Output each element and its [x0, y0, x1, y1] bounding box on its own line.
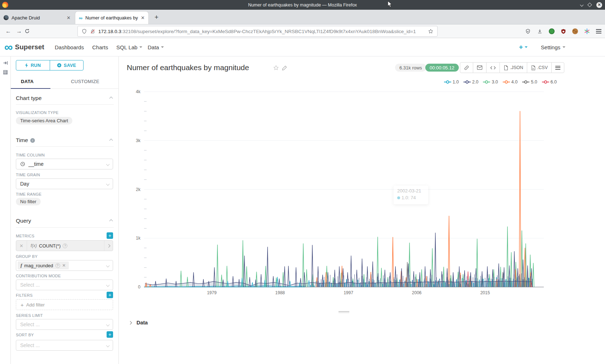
sort-by-label: SORT BY [16, 333, 34, 337]
tooltip-date: 2002-03-21 [397, 188, 425, 194]
time-range-label: TIME RANGE [16, 192, 41, 196]
metrics-label: METRICS [16, 234, 35, 238]
chevron-up-icon [109, 96, 113, 100]
sort-by-select[interactable]: Select ... [16, 340, 113, 351]
export-csv-button[interactable]: .CSV [527, 63, 551, 73]
add-metric-button[interactable]: + [107, 232, 113, 239]
extension-green-icon[interactable] [549, 28, 555, 34]
x-axis-label: 2015 [480, 290, 490, 295]
favorite-star-icon[interactable] [273, 65, 279, 71]
series-1.0-bar [359, 283, 360, 287]
chart-canvas[interactable]: 01k2k3k4k19791988199720062015 [119, 79, 605, 311]
lightning-icon [25, 63, 28, 68]
add-filter-dropzone[interactable]: + Add filter [16, 299, 113, 310]
nav-sql-lab[interactable]: SQL Lab [116, 44, 142, 50]
contribution-mode-select[interactable]: Select ... [16, 279, 113, 290]
time-range-pill[interactable]: No filter [16, 198, 41, 205]
new-item-button[interactable]: + [519, 43, 528, 51]
tab-data[interactable]: DATA [21, 79, 33, 84]
y-axis-label: 1k [136, 236, 141, 241]
nav-settings[interactable]: Settings [541, 44, 565, 50]
url-text: 172.18.0.3:32108/superset/explore/?form_… [98, 29, 428, 34]
nav-dashboards[interactable]: Dashboards [55, 44, 84, 50]
save-button[interactable]: SAVE [50, 60, 84, 70]
chevron-down-icon [106, 343, 110, 347]
group-by-pill[interactable]: f mag_rounded ? ✕ [18, 261, 69, 269]
viz-type-pill[interactable]: Time-series Area Chart [16, 117, 72, 124]
nav-charts[interactable]: Charts [92, 44, 108, 50]
embed-code-button[interactable] [486, 63, 499, 73]
chevron-down-icon [106, 182, 110, 186]
window-title: Numer of earthquakes by magnitude — Mozi… [0, 3, 605, 8]
brand-name[interactable]: Superset [15, 43, 44, 51]
tab-customize[interactable]: CUSTOMIZE [71, 79, 99, 84]
add-filter-button[interactable]: + [107, 292, 113, 298]
time-column-select[interactable]: __time [16, 159, 113, 169]
reload-icon[interactable] [24, 28, 35, 34]
chevron-down-icon [161, 46, 164, 48]
menu-hamburger-icon[interactable] [596, 28, 601, 35]
data-section-header[interactable]: Data [119, 316, 605, 329]
insecure-lock-icon[interactable] [90, 29, 95, 34]
time-grain-select[interactable]: Day [16, 178, 113, 189]
section-time[interactable]: Timei [16, 134, 119, 147]
window-close-icon[interactable]: ✕ [596, 2, 602, 8]
copy-link-button[interactable] [460, 63, 473, 73]
extension-asterisk-icon[interactable] [584, 28, 590, 34]
time-grain-label: TIME GRAIN [16, 173, 40, 177]
window-minimize-icon[interactable] [580, 3, 584, 7]
viz-type-label: VISUALIZATION TYPE [16, 110, 59, 115]
clock-icon [20, 161, 25, 167]
series-1.0-bar [375, 283, 375, 287]
export-json-button[interactable]: .JSON [499, 63, 527, 73]
add-sort-button[interactable]: + [107, 331, 113, 338]
shield-permissions-icon[interactable] [81, 28, 87, 34]
chevron-down-icon [106, 162, 110, 166]
chart-tooltip: 2002-03-21 1.0: 74 [394, 186, 428, 204]
section-chart-type[interactable]: Chart type [16, 92, 119, 105]
tracking-protection-icon[interactable] [525, 28, 531, 34]
expand-panel-icon[interactable] [3, 60, 10, 66]
metric-pill[interactable]: ✕ f(x)COUNT(*)? [16, 240, 113, 251]
divider [16, 146, 114, 147]
bookmark-star-icon[interactable] [428, 28, 434, 34]
envelope-icon [477, 65, 483, 70]
panel-tabs: DATA CUSTOMIZE [11, 74, 119, 89]
dataset-grid-icon[interactable] [3, 69, 10, 75]
expand-metric-icon[interactable] [104, 241, 113, 251]
tab-close-icon[interactable]: ✕ [67, 15, 71, 21]
chevron-down-icon [139, 46, 142, 48]
file-icon [503, 65, 508, 70]
window-maximize-icon[interactable] [587, 3, 592, 7]
tooltip-entry: 1.0: 74 [402, 195, 416, 200]
y-axis-label: 4k [136, 89, 141, 94]
tab-superset-chart[interactable]: ∞ Numer of earthquakes by ✕ [75, 11, 149, 24]
series-2.0-spikes [155, 233, 532, 287]
tab-close-icon[interactable]: ✕ [141, 15, 145, 21]
email-button[interactable] [473, 63, 486, 73]
active-tab-underline [11, 88, 50, 89]
resize-handle[interactable] [339, 311, 349, 314]
y-axis-label: 3k [136, 138, 141, 143]
group-by-select[interactable]: f mag_rounded ? ✕ [16, 260, 113, 271]
downloads-icon[interactable] [537, 28, 543, 34]
new-tab-button[interactable]: + [154, 13, 158, 21]
nav-data[interactable]: Data [148, 44, 164, 50]
more-options-icon[interactable] [551, 63, 564, 73]
cookie-icon[interactable] [572, 28, 578, 34]
remove-metric-icon[interactable]: ✕ [16, 241, 27, 251]
url-bar[interactable]: 172.18.0.3:32108/superset/explore/?form_… [77, 26, 438, 37]
edit-title-icon[interactable] [282, 65, 287, 70]
superset-logo[interactable]: ∞ [4, 44, 13, 51]
back-icon[interactable]: ← [3, 28, 14, 35]
forward-icon[interactable]: → [14, 28, 24, 35]
chevron-down-icon [525, 46, 528, 48]
file-icon [531, 65, 535, 70]
run-button[interactable]: RUN [16, 60, 50, 70]
series-limit-select[interactable]: Select ... [16, 319, 113, 330]
tab-apache-druid[interactable]: Apache Druid ✕ [0, 11, 74, 24]
remove-column-icon[interactable]: ✕ [62, 263, 66, 268]
section-query[interactable]: Query [16, 214, 119, 227]
ublock-icon[interactable] [561, 28, 566, 34]
chevron-up-icon [109, 219, 113, 223]
